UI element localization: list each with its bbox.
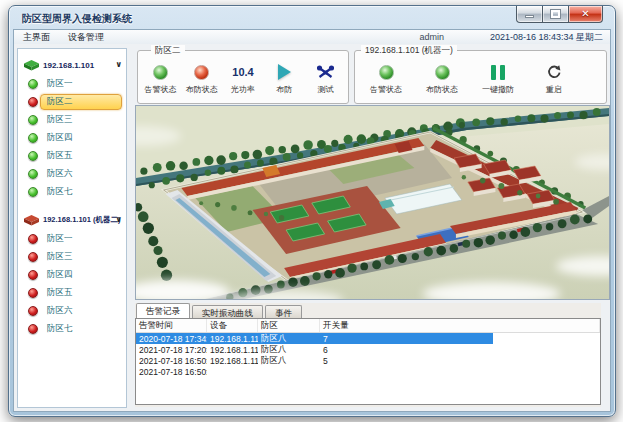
device-node-label: 192.168.1.101: [43, 61, 94, 70]
status-led-icon: [28, 115, 38, 125]
status-led-icon: [28, 324, 38, 334]
arm-status-led-icon: [435, 65, 450, 80]
test-icon: [317, 65, 334, 80]
minimize-icon: [525, 15, 534, 18]
main-panel: 防区二 告警状态 布防状态 10.4 光功率: [135, 48, 607, 408]
app-window: 防区型周界入侵检测系统 ✕ 主界面 设备管理 admin 2021-08-16 …: [8, 5, 616, 417]
arm-status-indicator: 布防状态: [419, 64, 465, 95]
disarm-all-button[interactable]: 一键撤防: [475, 64, 521, 95]
column-header-time[interactable]: 告警时间: [136, 319, 207, 332]
sidebar-item-m2-zone1[interactable]: 防区一: [18, 230, 126, 248]
tab-alarm-records[interactable]: 告警记录: [136, 303, 190, 318]
maximize-icon: [551, 10, 560, 18]
device-node-label: 192.168.1.101 (机器二): [43, 215, 121, 225]
groupbox-title: 192.168.1.101 (机器一): [361, 45, 457, 57]
arm-status-led-icon: [194, 65, 209, 80]
minimize-button[interactable]: [516, 6, 543, 23]
maximize-button[interactable]: [543, 6, 568, 23]
sidebar-item-zone7[interactable]: 防区七: [18, 183, 126, 201]
alarm-table: 告警时间 设备 防区 开关量 2020-07-18 17:34:45 192.1…: [135, 318, 601, 405]
alarm-status-indicator: 告警状态: [363, 64, 409, 95]
toolbar: 防区二 告警状态 布防状态 10.4 光功率: [135, 50, 607, 104]
status-led-icon: [28, 270, 38, 280]
sidebar-item-m2-zone5[interactable]: 防区五: [18, 284, 126, 302]
arm-button[interactable]: 布防: [264, 64, 305, 95]
restart-icon: [546, 64, 562, 80]
chevron-down-icon: ∨: [116, 60, 123, 69]
column-header-zone[interactable]: 防区: [258, 319, 320, 332]
sidebar-item-zone3[interactable]: 防区三: [18, 111, 126, 129]
window-controls: ✕: [516, 6, 603, 23]
logged-in-user: admin: [419, 32, 444, 42]
site-map: [135, 105, 610, 300]
content-area: 192.168.1.101 ∨ 防区一 防区二 防区三 防区四 防区五 防区六 …: [13, 44, 611, 412]
status-led-icon: [28, 187, 38, 197]
alarm-status-indicator: 告警状态: [140, 64, 181, 95]
tab-vibration-curve[interactable]: 实时振动曲线: [192, 305, 263, 318]
close-button[interactable]: ✕: [568, 6, 603, 23]
alarm-status-led-icon: [153, 65, 168, 80]
column-header-device[interactable]: 设备: [207, 319, 258, 332]
device-node-1[interactable]: 192.168.1.101 ∨: [18, 55, 126, 75]
device-tree-panel: 192.168.1.101 ∨ 防区一 防区二 防区三 防区四 防区五 防区六 …: [17, 48, 127, 408]
column-header-value[interactable]: 开关量: [320, 319, 600, 332]
status-led-icon: [28, 133, 38, 143]
sidebar-item-m2-zone4[interactable]: 防区四: [18, 266, 126, 284]
chevron-down-icon: ∨: [116, 215, 123, 224]
arm-status-indicator: 布防状态: [181, 64, 222, 95]
sidebar-item-zone4[interactable]: 防区四: [18, 129, 126, 147]
status-led-icon: [28, 252, 38, 262]
site-map-svg: [136, 106, 609, 299]
arm-play-icon: [278, 64, 291, 80]
device-red-icon: [24, 215, 39, 226]
menu-bar: 主界面 设备管理 admin 2021-08-16 18:43:34 星期二: [13, 29, 611, 45]
table-row[interactable]: 2021-07-18 16:50:45: [136, 366, 600, 377]
window-title: 防区型周界入侵检测系统: [22, 12, 132, 26]
status-led-icon: [28, 234, 38, 244]
sidebar-item-zone1[interactable]: 防区一: [18, 75, 126, 93]
sidebar-item-zone6[interactable]: 防区六: [18, 165, 126, 183]
tab-events[interactable]: 事件: [265, 305, 302, 318]
table-header: 告警时间 设备 防区 开关量: [136, 319, 600, 333]
sidebar-item-m2-zone7[interactable]: 防区七: [18, 320, 126, 338]
device-control-groupbox: 192.168.1.101 (机器一) 告警状态 布防状态 一键撤防: [354, 50, 607, 104]
title-bar[interactable]: 防区型周界入侵检测系统 ✕: [9, 6, 615, 29]
sidebar-item-zone2-selected[interactable]: 防区二: [18, 93, 126, 111]
menu-item-device-mgmt[interactable]: 设备管理: [59, 31, 113, 44]
restart-button[interactable]: 重启: [531, 64, 577, 95]
close-icon: ✕: [569, 8, 602, 19]
tab-bar: 告警记录 实时振动曲线 事件: [135, 303, 601, 318]
status-led-icon: [28, 288, 38, 298]
status-led-icon: [28, 151, 38, 161]
alarm-status-led-icon: [379, 65, 394, 80]
table-row[interactable]: 2020-07-18 17:34:45 192.168.1.115 防区八 7: [136, 333, 493, 344]
menu-item-main[interactable]: 主界面: [14, 31, 59, 44]
device-node-2[interactable]: 192.168.1.101 (机器二) ∨: [18, 210, 126, 230]
bottom-panel: 告警记录 实时振动曲线 事件 告警时间 设备 防区 开关量 2020-07-18…: [135, 303, 601, 407]
status-led-icon: [28, 306, 38, 316]
sidebar-item-m2-zone6[interactable]: 防区六: [18, 302, 126, 320]
optical-power-value: 10.4: [232, 66, 253, 78]
optical-power-readout: 10.4 光功率: [222, 64, 263, 95]
status-led-icon: [28, 79, 38, 89]
zone-control-groupbox: 防区二 告警状态 布防状态 10.4 光功率: [137, 50, 349, 104]
groupbox-title: 防区二: [151, 45, 185, 57]
sidebar-item-m2-zone3[interactable]: 防区三: [18, 248, 126, 266]
table-row[interactable]: 2021-07-18 16:50:45 192.168.1.115 防区八 5: [136, 355, 600, 366]
device-green-icon: [24, 60, 39, 71]
disarm-pause-icon: [491, 65, 505, 80]
datetime-display: 2021-08-16 18:43:34 星期二: [490, 31, 603, 44]
table-row[interactable]: 2021-07-18 17:20:30 192.168.1.115 防区八 6: [136, 344, 600, 355]
status-led-icon: [28, 169, 38, 179]
status-led-icon: [28, 97, 38, 107]
test-button[interactable]: 测试: [305, 64, 346, 95]
sidebar-item-zone5[interactable]: 防区五: [18, 147, 126, 165]
